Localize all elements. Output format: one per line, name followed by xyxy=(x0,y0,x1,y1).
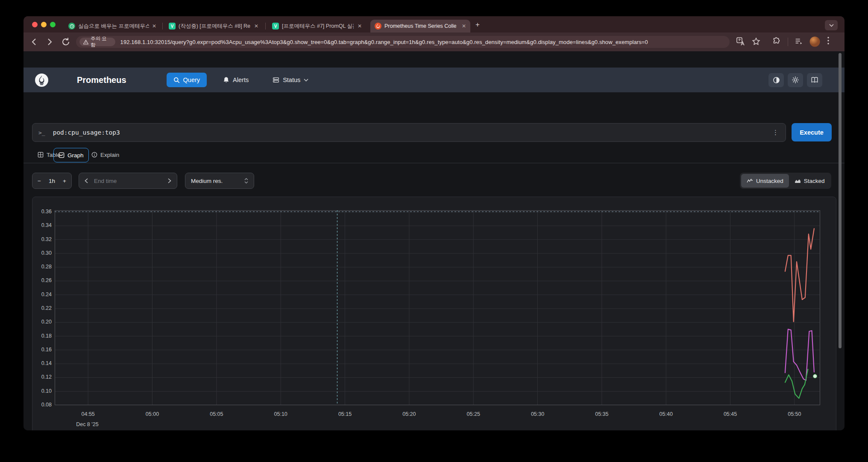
y-tick-label: 0.22 xyxy=(29,305,52,311)
x-tick-label: 05:40 xyxy=(652,411,680,417)
x-tick-label: 05:00 xyxy=(139,411,166,417)
theme-contrast-button[interactable] xyxy=(768,73,784,87)
unstacked-line-icon xyxy=(747,179,753,183)
y-tick-label: 0.34 xyxy=(29,222,52,228)
execute-button[interactable]: Execute xyxy=(792,123,832,141)
query-expression-input[interactable]: >_ pod:cpu_usage:top3 ⋮ xyxy=(32,123,786,142)
tab-title: 실습으로 배우는 프로메테우스 - {{ xyxy=(78,23,149,30)
y-tick-label: 0.32 xyxy=(29,236,52,242)
end-time-input[interactable]: End time xyxy=(94,178,162,184)
range-increase-button[interactable]: + xyxy=(63,178,66,184)
nav-alerts[interactable]: Alerts xyxy=(216,73,255,87)
plot-area[interactable] xyxy=(55,210,820,405)
stacked-area-icon xyxy=(795,179,801,183)
info-icon xyxy=(91,152,97,158)
terminal-prompt-icon: >_ xyxy=(38,129,45,136)
table-icon xyxy=(38,152,44,158)
extensions-puzzle-icon[interactable] xyxy=(772,37,782,47)
bookmark-star-icon[interactable] xyxy=(751,37,762,47)
y-tick-label: 0.08 xyxy=(29,402,52,408)
tab-close-icon[interactable]: ✕ xyxy=(152,23,156,29)
browser-tab-1[interactable]: 실습으로 배우는 프로메테우스 - {{ ✕ xyxy=(64,20,161,32)
tab-close-icon[interactable]: ✕ xyxy=(358,23,362,29)
browser-tab-strip: 실습으로 배우는 프로메테우스 - {{ ✕ V (작성중) [프로메테우스 #… xyxy=(23,16,845,32)
x-tick-label: 05:20 xyxy=(396,411,423,417)
stacking-toggle: Unstacked Stacked xyxy=(740,173,831,189)
inflearn-clock-icon xyxy=(68,23,75,29)
x-tick-label: 05:10 xyxy=(267,411,294,417)
range-input-group: − 1h + xyxy=(32,173,72,189)
graph-icon xyxy=(59,152,65,158)
reload-button[interactable] xyxy=(61,37,70,47)
nav-query-label: Query xyxy=(183,77,200,83)
velog-icon: V xyxy=(169,23,176,29)
tab-explain[interactable]: Explain xyxy=(87,148,124,162)
open-book-icon xyxy=(811,77,818,83)
forward-button[interactable] xyxy=(45,37,54,47)
toolbar-divider xyxy=(788,38,788,46)
x-tick-label: 05:35 xyxy=(588,411,616,417)
tab-close-icon[interactable]: ✕ xyxy=(462,23,466,29)
x-tick-label: 05:50 xyxy=(781,411,808,417)
unstacked-label: Unstacked xyxy=(756,178,783,184)
y-tick-label: 0.30 xyxy=(29,250,52,256)
browser-tab-2[interactable]: V (작성중) [프로메테우스 #8] Reco ✕ xyxy=(164,20,263,32)
tab-title: [프로메테우스 #7] PromQL 실전 xyxy=(282,23,354,30)
stacked-button[interactable]: Stacked xyxy=(789,174,830,188)
new-tab-button[interactable]: + xyxy=(475,21,480,29)
tab-search-chevron-button[interactable] xyxy=(825,20,838,30)
window-minimize-button[interactable] xyxy=(41,22,47,27)
range-decrease-button[interactable]: − xyxy=(38,178,41,184)
screenshot-stage: 실습으로 배우는 프로메테우스 - {{ ✕ V (작성중) [프로메테우스 #… xyxy=(0,0,868,462)
chevron-left-icon[interactable] xyxy=(85,178,88,183)
y-tick-label: 0.18 xyxy=(29,333,52,339)
chevron-right-icon[interactable] xyxy=(168,178,171,183)
docs-button[interactable] xyxy=(807,73,822,87)
security-warning-chip[interactable]: 주의 요함 xyxy=(79,38,115,46)
x-tick-label: 05:05 xyxy=(203,411,230,417)
search-icon xyxy=(173,77,180,83)
tab-separator xyxy=(162,23,163,29)
bell-icon xyxy=(223,77,229,83)
unstacked-button[interactable]: Unstacked xyxy=(741,174,789,188)
tab-explain-label: Explain xyxy=(100,152,119,158)
settings-button[interactable] xyxy=(788,73,803,87)
prometheus-flame-icon xyxy=(375,23,381,29)
x-tick-label: 05:30 xyxy=(524,411,551,417)
window-close-button[interactable] xyxy=(32,22,38,27)
resolution-select[interactable]: Medium res. xyxy=(185,173,254,189)
profile-avatar[interactable] xyxy=(809,36,820,47)
url-text: 192.168.1.10:32015/query?g0.expr=pod%3Ac… xyxy=(120,39,730,45)
stacked-label: Stacked xyxy=(804,178,825,184)
reading-list-icon[interactable] xyxy=(794,37,804,47)
back-button[interactable] xyxy=(29,37,39,47)
window-zoom-button[interactable] xyxy=(50,22,56,27)
contrast-icon xyxy=(773,77,780,84)
y-tick-label: 0.10 xyxy=(29,388,52,394)
tab-graph-active[interactable]: Graph xyxy=(53,148,89,162)
tab-separator xyxy=(265,23,266,29)
translate-icon[interactable] xyxy=(736,37,746,47)
browser-tab-active[interactable]: Prometheus Time Series Colle ✕ xyxy=(370,20,470,32)
y-tick-label: 0.24 xyxy=(29,291,52,297)
warning-triangle-icon xyxy=(83,40,88,44)
range-value[interactable]: 1h xyxy=(49,178,55,184)
nav-query[interactable]: Query xyxy=(167,73,207,87)
view-tabs: Table Graph Explain xyxy=(23,147,845,163)
x-tick-label: 05:25 xyxy=(460,411,487,417)
browser-window: 실습으로 배우는 프로메테우스 - {{ ✕ V (작성중) [프로메테우스 #… xyxy=(23,16,845,430)
page-scrollbar-thumb[interactable] xyxy=(839,53,842,348)
y-tick-label: 0.16 xyxy=(29,347,52,353)
browser-menu-kebab-icon[interactable] xyxy=(827,37,838,47)
address-bar[interactable]: 주의 요함 192.168.1.10:32015/query?g0.expr=p… xyxy=(76,36,730,48)
tab-close-icon[interactable]: ✕ xyxy=(254,23,258,29)
browser-tab-3[interactable]: V [프로메테우스 #7] PromQL 실전 ✕ xyxy=(268,20,366,32)
query-options-kebab-icon[interactable]: ⋮ xyxy=(772,129,779,136)
time-series-chart[interactable] xyxy=(55,210,820,405)
velog-icon: V xyxy=(272,23,279,29)
y-tick-label: 0.36 xyxy=(29,209,52,215)
y-tick-label: 0.14 xyxy=(29,360,52,366)
nav-status[interactable]: Status xyxy=(266,73,315,87)
browser-toolbar: 주의 요함 192.168.1.10:32015/query?g0.expr=p… xyxy=(23,32,845,51)
server-stack-icon xyxy=(273,77,279,83)
